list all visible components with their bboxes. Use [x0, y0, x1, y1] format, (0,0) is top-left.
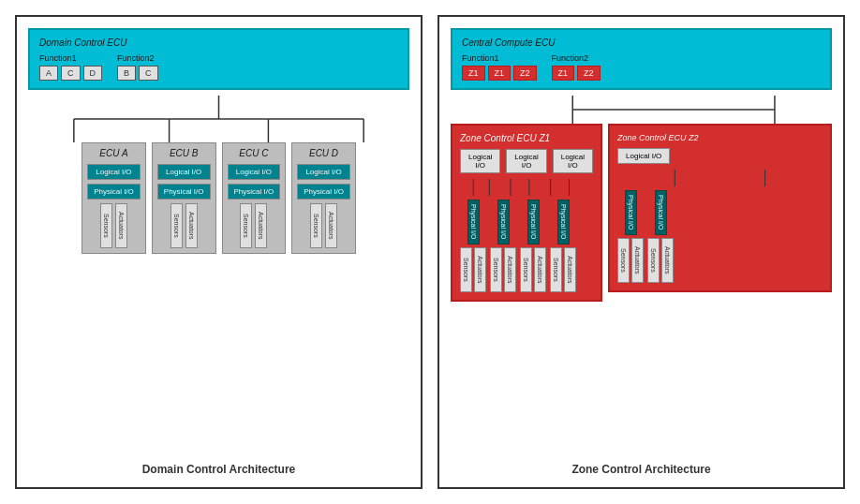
ecu-a-logical: Logical I/O: [87, 164, 141, 180]
zone-z1-sensors3: Sensors: [520, 247, 532, 292]
zone-z1-actuators4: Actuators: [564, 247, 576, 292]
zone-z2-sensors1: Sensors: [617, 238, 630, 283]
domain-function2-group: Function2 B C: [117, 53, 158, 81]
domain-function1-label: Function1: [39, 53, 77, 63]
domain-ecu-box: Domain Control ECU Function1 A C D Funct…: [28, 28, 409, 90]
domain-function1-group: Function1 A C D: [39, 53, 102, 81]
ecu-d-sensors-label: Sensors: [310, 203, 322, 248]
ecu-d-actuators-label: Actuators: [325, 203, 337, 248]
ecu-b-logical: Logical I/O: [157, 164, 211, 180]
ecu-c-physical: Physical I/O: [228, 184, 281, 200]
ecu-b-actuators-label: Actuators: [185, 203, 198, 248]
zone-z1-phy2: Physical I/O: [497, 200, 510, 245]
zone-ecu-z1: Zone Control ECU Z1 Logical I/O Logical …: [451, 124, 602, 302]
ecu-a-actuators-label: Actuators: [115, 203, 127, 248]
ecu-c-actuators-label: Actuators: [255, 203, 267, 248]
ecu-d-logical: Logical I/O: [297, 164, 350, 180]
ecu-c-title: ECU C: [239, 148, 268, 158]
central-f2-btn-z1: Z1: [552, 66, 575, 81]
central-function1-buttons: Z1 Z1 Z2: [462, 66, 537, 81]
zone-z1-logical-2: Logical I/O: [506, 149, 546, 173]
zone-z2-columns: Physical I/O Sensors Actuators Physical …: [617, 190, 823, 283]
domain-f2-btn-b: B: [117, 66, 136, 81]
domain-f1-btn-d: D: [83, 66, 103, 81]
domain-ecu-c: ECU C Logical I/O Physical I/O Sensors A…: [222, 142, 287, 254]
ecu-c-logical: Logical I/O: [228, 164, 281, 180]
zone-z1-col4: Physical I/O Sensors Actuators: [550, 200, 576, 292]
zone-z1-phy3: Physical I/O: [527, 200, 540, 245]
zone-z1-lines-svg: [460, 179, 593, 196]
domain-ecu-d: ECU D Logical I/O Physical I/O Sensors A…: [291, 142, 356, 254]
zone-z1-col1: Physical I/O Sensors Actuators: [460, 200, 486, 292]
domain-tree-svg: [28, 96, 409, 142]
ecu-b-title: ECU B: [170, 148, 199, 158]
zone-z2-logical-1: Logical I/O: [617, 148, 670, 164]
zone-z1-title: Zone Control ECU Z1: [460, 133, 593, 143]
zone-z2-phy2: Physical I/O: [655, 190, 667, 235]
zone-z2-actuators2: Actuators: [661, 238, 674, 283]
ecu-a-sensors: Sensors Actuators: [100, 203, 127, 248]
zone-z1-sensors4: Sensors: [550, 247, 562, 292]
zone-z1-phy1: Physical I/O: [467, 200, 480, 245]
domain-function1-buttons: A C D: [39, 66, 102, 81]
ecu-d-physical: Physical I/O: [297, 184, 350, 200]
ecu-a-physical: Physical I/O: [87, 184, 141, 200]
central-functions-row: Function1 Z1 Z1 Z2 Function2 Z1 Z2: [462, 53, 821, 81]
zone-z1-logical-row: Logical I/O Logical I/O Logical I/O: [460, 149, 593, 173]
central-f1-btn-z1a: Z1: [462, 66, 485, 81]
zone-panel-title: Zone Control Architecture: [571, 455, 710, 476]
zone-z2-lines-svg: [617, 170, 823, 186]
zone-z2-title: Zone Control ECU Z2: [617, 133, 823, 142]
zone-z1-actuators2: Actuators: [504, 247, 516, 292]
domain-ecu-title: Domain Control ECU: [39, 37, 398, 48]
ecu-a-title: ECU A: [99, 148, 127, 158]
domain-ecu-b: ECU B Logical I/O Physical I/O Sensors A…: [152, 142, 216, 254]
zone-z1-columns: Physical I/O Sensors Actuators Physical …: [460, 200, 593, 292]
central-function2-label: Function2: [552, 53, 589, 63]
domain-f1-btn-c: C: [61, 66, 81, 81]
domain-functions-row: Function1 A C D Function2 B C: [39, 53, 398, 81]
central-function1-label: Function1: [462, 53, 499, 63]
zone-ecus-layout: Zone Control ECU Z1 Logical I/O Logical …: [451, 124, 832, 302]
central-f1-btn-z2a: Z2: [513, 66, 537, 81]
main-container: Domain Control ECU Function1 A C D Funct…: [0, 0, 860, 504]
ecu-c-sensors-label: Sensors: [240, 203, 252, 248]
zone-z2-col1: Physical I/O Sensors Actuators: [617, 190, 644, 283]
zone-z1-sensors2: Sensors: [490, 247, 502, 292]
ecu-b-physical: Physical I/O: [157, 184, 211, 200]
domain-f2-btn-c: C: [139, 66, 158, 81]
domain-ecu-row: ECU A Logical I/O Physical I/O Sensors A…: [28, 142, 409, 254]
domain-panel-title: Domain Control Architecture: [142, 455, 296, 476]
zone-z2-phy1: Physical I/O: [625, 190, 637, 235]
domain-function2-label: Function2: [117, 53, 155, 63]
zone-z1-actuators3: Actuators: [534, 247, 546, 292]
ecu-d-sensors: Sensors Actuators: [310, 203, 337, 248]
domain-function2-buttons: B C: [117, 66, 158, 81]
zone-z1-phy4: Physical I/O: [557, 200, 570, 245]
zone-z1-col3: Physical I/O Sensors Actuators: [520, 200, 546, 292]
zone-panel: Central Compute ECU Function1 Z1 Z1 Z2 F…: [437, 15, 845, 489]
domain-panel: Domain Control ECU Function1 A C D Funct…: [15, 15, 423, 489]
ecu-a-sensors-label: Sensors: [100, 203, 112, 248]
central-f1-btn-z1b: Z1: [488, 66, 512, 81]
zone-ecu-z2: Zone Control ECU Z2 Logical I/O Physical…: [608, 124, 832, 292]
zone-z1-sensors1: Sensors: [460, 247, 472, 292]
zone-z2-col2: Physical I/O Sensors Actuators: [647, 190, 674, 283]
zone-z2-logical-row: Logical I/O: [617, 148, 823, 164]
zone-z1-logical-3: Logical I/O: [553, 149, 593, 173]
central-ecu-title: Central Compute ECU: [462, 37, 821, 48]
ecu-c-sensors: Sensors Actuators: [240, 203, 267, 248]
zone-z2-actuators1: Actuators: [631, 238, 644, 283]
domain-f1-btn-a: A: [39, 66, 58, 81]
central-function2-buttons: Z1 Z2: [552, 66, 601, 81]
zone-z1-col2: Physical I/O Sensors Actuators: [490, 200, 516, 292]
central-function2-group: Function2 Z1 Z2: [552, 53, 601, 81]
central-ecu-box: Central Compute ECU Function1 Z1 Z1 Z2 F…: [451, 28, 832, 90]
central-function1-group: Function1 Z1 Z1 Z2: [462, 53, 537, 81]
zone-tree-svg: [451, 96, 832, 124]
ecu-d-title: ECU D: [309, 148, 338, 158]
domain-ecu-a: ECU A Logical I/O Physical I/O Sensors A…: [82, 142, 146, 254]
zone-z1-logical-1: Logical I/O: [460, 149, 500, 173]
ecu-b-sensors-label: Sensors: [171, 203, 183, 248]
zone-z2-sensors2: Sensors: [647, 238, 660, 283]
